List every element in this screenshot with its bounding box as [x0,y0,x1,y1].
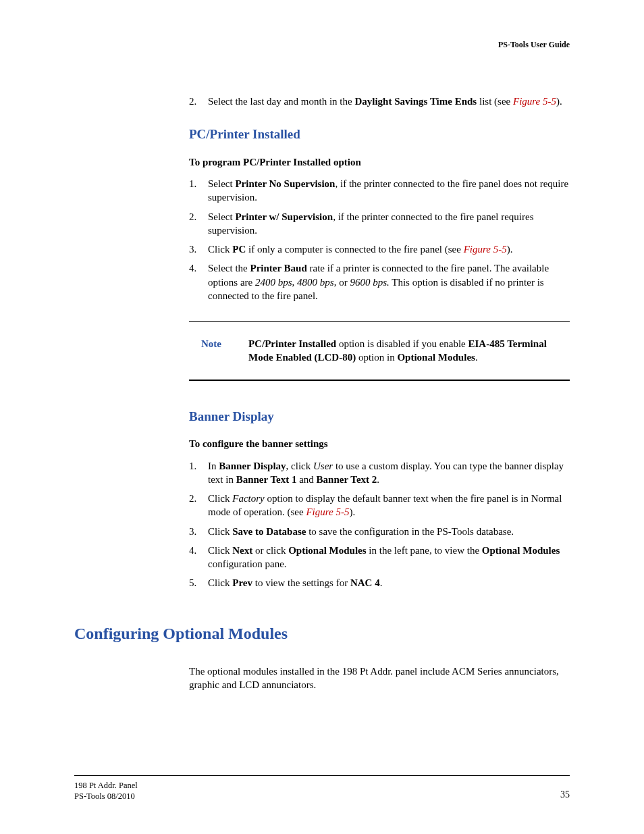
list-item: 2. Select the last day and month in the … [189,95,570,108]
paragraph: The optional modules installed in the 19… [189,664,570,692]
body-content: 2. Select the last day and month in the … [189,95,570,590]
item-number: 2. [189,95,208,108]
pcprinter-list: 1. Select Printer No Supervision, if the… [189,177,570,303]
page: PS-Tools User Guide 2. Select the last d… [0,0,644,834]
list-item: 1. In Banner Display, click User to use … [189,459,570,487]
list-item: 2. Select Printer w/ Supervision, if the… [189,210,570,238]
figure-ref[interactable]: Figure 5-5 [306,506,349,517]
optmod-body: The optional modules installed in the 19… [189,664,570,692]
item-text: Select the last day and month in the Day… [208,95,570,108]
dst-list: 2. Select the last day and month in the … [189,95,570,108]
subheading: To program PC/Printer Installed option [189,155,570,169]
subheading: To configure the banner settings [189,437,570,450]
page-footer: 198 Pt Addr. Panel PS-Tools 08/2010 35 [74,775,570,802]
list-item: 3. Click Save to Database to save the co… [189,525,570,538]
heading-optional-modules: Configuring Optional Modules [74,623,570,644]
list-item: 1. Select Printer No Supervision, if the… [189,177,570,205]
banner-list: 1. In Banner Display, click User to use … [189,459,570,590]
header-doc-title: PS-Tools User Guide [498,39,570,50]
list-item: 2. Click Factory option to display the d… [189,492,570,519]
footer-left: 198 Pt Addr. Panel PS-Tools 08/2010 [74,780,138,802]
note-text: PC/Printer Installed option is disabled … [248,337,570,365]
heading-pc-printer: PC/Printer Installed [189,126,570,143]
heading-banner: Banner Display [189,408,570,425]
note-label: Note [189,337,248,365]
list-item: 4. Select the Printer Baud rate if a pri… [189,261,570,303]
note-block: Note PC/Printer Installed option is disa… [189,321,570,381]
list-item: 5. Click Prev to view the settings for N… [189,576,570,590]
figure-ref[interactable]: Figure 5-5 [513,96,556,107]
figure-ref[interactable]: Figure 5-5 [464,244,507,255]
list-item: 4. Click Next or click Optional Modules … [189,544,570,571]
page-number: 35 [560,789,570,802]
list-item: 3. Click PC if only a computer is connec… [189,242,570,256]
